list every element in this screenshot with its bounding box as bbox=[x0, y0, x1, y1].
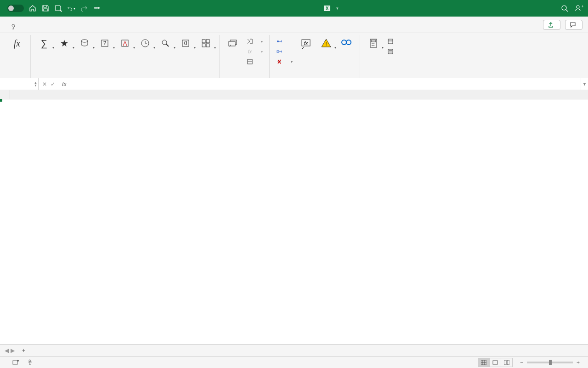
svg-point-44 bbox=[372, 43, 373, 44]
svg-text:fx: fx bbox=[304, 40, 308, 46]
sheet-tabs-bar: ◀▶ + bbox=[0, 344, 588, 356]
name-box[interactable]: ▲▼ bbox=[0, 78, 39, 90]
formula-input[interactable]: fx bbox=[59, 78, 581, 90]
watch-window-button[interactable] bbox=[337, 36, 356, 52]
ribbon-tabs bbox=[0, 17, 588, 33]
expand-formula-bar-icon[interactable]: ▼ bbox=[581, 78, 588, 90]
page-layout-view-button[interactable] bbox=[489, 358, 501, 367]
enter-formula-icon: ✓ bbox=[51, 81, 55, 87]
logical-button[interactable]: ?▾ bbox=[95, 36, 114, 52]
calculate-sheet-button[interactable] bbox=[386, 47, 398, 56]
svg-line-3 bbox=[566, 10, 568, 12]
excel-icon: X bbox=[323, 5, 331, 12]
search-icon[interactable] bbox=[560, 4, 569, 12]
trace-precedents-button[interactable] bbox=[275, 37, 294, 46]
svg-rect-22 bbox=[206, 40, 209, 43]
sheet-prev-icon[interactable]: ◀ bbox=[5, 347, 9, 354]
svg-point-46 bbox=[372, 45, 373, 46]
svg-rect-21 bbox=[202, 40, 205, 43]
svg-text:!: ! bbox=[325, 41, 327, 47]
svg-point-29 bbox=[277, 40, 279, 42]
math-trig-button[interactable]: θ▾ bbox=[176, 36, 195, 52]
svg-point-54 bbox=[17, 360, 19, 362]
svg-rect-48 bbox=[388, 39, 393, 44]
date-time-button[interactable]: ▾ bbox=[136, 36, 155, 52]
more-functions-button[interactable]: ▾ bbox=[196, 36, 215, 52]
svg-rect-60 bbox=[493, 361, 498, 364]
svg-point-9 bbox=[81, 40, 88, 42]
svg-point-45 bbox=[373, 43, 374, 44]
sheet-next-icon[interactable]: ▶ bbox=[11, 347, 15, 354]
svg-text:X: X bbox=[325, 6, 328, 11]
save-as-icon[interactable] bbox=[54, 4, 62, 12]
svg-text:?: ? bbox=[103, 40, 107, 46]
selection-indicator bbox=[0, 99, 2, 101]
svg-point-4 bbox=[577, 6, 579, 8]
svg-rect-25 bbox=[229, 41, 235, 46]
formula-bar: ▲▼ ✕ ✓ fx ▼ bbox=[0, 78, 588, 90]
add-sheet-button[interactable]: + bbox=[17, 345, 30, 356]
share-button[interactable] bbox=[543, 20, 560, 30]
cancel-formula-icon: ✕ bbox=[42, 81, 47, 87]
svg-text:A: A bbox=[123, 40, 127, 47]
svg-rect-53 bbox=[13, 361, 17, 364]
define-name-button[interactable]: ▾ bbox=[245, 37, 264, 46]
autosum-button[interactable]: ∑▾ bbox=[34, 36, 54, 52]
ribbon: fx ∑▾ ★▾ ▾ ?▾ A▾ ▾ ▾ θ▾ ▾ ▾ fx▾ ▾ fx !▾ … bbox=[0, 33, 588, 78]
normal-view-button[interactable] bbox=[478, 358, 490, 367]
svg-text:fx: fx bbox=[248, 49, 252, 54]
svg-rect-43 bbox=[371, 40, 376, 42]
text-button[interactable]: A▾ bbox=[115, 36, 135, 52]
show-formulas-button[interactable]: fx bbox=[296, 36, 316, 52]
home-icon[interactable] bbox=[28, 4, 37, 12]
svg-text:θ: θ bbox=[184, 40, 187, 46]
svg-point-47 bbox=[373, 45, 374, 46]
create-from-selection-button[interactable] bbox=[245, 57, 264, 66]
account-icon[interactable]: + bbox=[575, 4, 583, 12]
spreadsheet-grid[interactable] bbox=[0, 90, 588, 344]
svg-point-2 bbox=[562, 6, 566, 10]
zoom-out-button[interactable]: − bbox=[520, 359, 523, 366]
use-in-formula-button: fx▾ bbox=[245, 47, 264, 56]
insert-function-button[interactable]: fx bbox=[7, 36, 27, 52]
svg-rect-61 bbox=[504, 360, 506, 365]
title-bar: ▾ ••• X ▾ + bbox=[0, 0, 588, 17]
svg-line-18 bbox=[166, 44, 169, 46]
calculate-now-button[interactable] bbox=[386, 37, 398, 46]
page-break-view-button[interactable] bbox=[501, 358, 513, 367]
tell-me[interactable] bbox=[6, 23, 23, 33]
svg-point-55 bbox=[29, 360, 31, 362]
autosave-toggle[interactable] bbox=[5, 5, 24, 12]
svg-text:+: + bbox=[582, 4, 583, 9]
svg-rect-31 bbox=[277, 51, 279, 52]
svg-rect-27 bbox=[248, 59, 252, 64]
svg-rect-50 bbox=[388, 49, 393, 54]
undo-icon[interactable]: ▾ bbox=[67, 4, 75, 12]
svg-rect-62 bbox=[507, 360, 509, 365]
macro-record-icon[interactable] bbox=[12, 359, 19, 366]
save-icon[interactable] bbox=[41, 4, 50, 12]
trace-dependents-button[interactable] bbox=[275, 47, 294, 56]
select-all-corner[interactable] bbox=[0, 90, 10, 99]
zoom-in-button[interactable]: + bbox=[577, 359, 580, 366]
svg-rect-23 bbox=[202, 44, 205, 47]
status-bar: − + bbox=[0, 356, 588, 368]
remove-arrows-button[interactable]: ▾ bbox=[275, 57, 294, 66]
calc-options-button[interactable]: ▾ bbox=[364, 36, 383, 52]
svg-rect-24 bbox=[206, 44, 209, 47]
zoom-slider[interactable] bbox=[527, 362, 573, 363]
comments-button[interactable] bbox=[565, 20, 582, 30]
more-icon[interactable]: ••• bbox=[93, 4, 101, 12]
svg-point-6 bbox=[12, 24, 15, 27]
recently-used-button[interactable]: ★▾ bbox=[55, 36, 74, 52]
error-checking-button[interactable]: !▾ bbox=[317, 36, 336, 52]
name-manager-button[interactable] bbox=[223, 36, 243, 52]
redo-icon[interactable] bbox=[80, 4, 88, 12]
financial-button[interactable]: ▾ bbox=[75, 36, 94, 52]
accessibility-status[interactable] bbox=[27, 359, 35, 366]
svg-point-39 bbox=[342, 40, 346, 45]
lookup-button[interactable]: ▾ bbox=[156, 36, 175, 52]
svg-point-40 bbox=[346, 40, 351, 45]
svg-point-17 bbox=[162, 40, 167, 45]
